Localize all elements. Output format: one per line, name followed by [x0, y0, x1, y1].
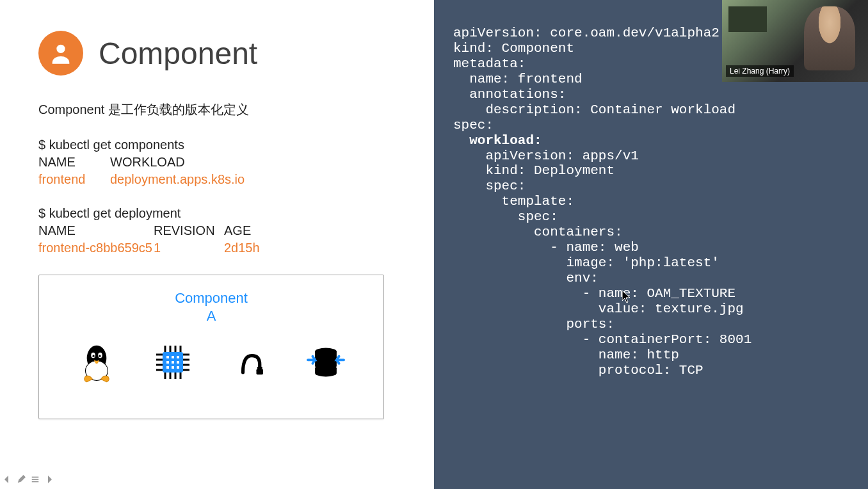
code-line: kind: Component: [453, 41, 574, 56]
webcam-video: Lei Zhang (Harry): [722, 0, 868, 82]
next-slide-icon[interactable]: [44, 474, 55, 485]
title-row: Component: [38, 31, 396, 76]
table-header: NAME: [38, 223, 154, 238]
table-header: NAME: [38, 155, 110, 170]
code-line: name: http: [453, 348, 679, 362]
svg-rect-31: [166, 366, 169, 369]
svg-rect-25: [166, 356, 169, 358]
code-line: - name: OAM_TEXTURE: [453, 286, 735, 301]
kubectl-components-cmd: $ kubectl get components: [38, 138, 396, 152]
components-table: NAME WORKLOAD frontend deployment.apps.k…: [38, 155, 396, 187]
kubectl-deployment-cmd: $ kubectl get deployment: [38, 206, 396, 221]
table-cell: deployment.apps.k8s.io: [110, 172, 277, 187]
menu-icon[interactable]: [29, 474, 41, 485]
code-line: annotations:: [453, 87, 566, 102]
svg-rect-26: [172, 356, 174, 358]
table-row: frontend-c8bb659c5 1 2d15h: [38, 241, 396, 255]
svg-rect-42: [32, 481, 39, 483]
linux-tux-icon: [68, 333, 125, 391]
power-plug-icon: [221, 333, 278, 391]
code-line: image: 'php:latest': [453, 255, 719, 270]
table-header: WORKLOAD: [110, 155, 277, 170]
component-label-line: Component: [58, 289, 364, 307]
prev-slide-icon[interactable]: [1, 474, 13, 485]
svg-rect-29: [172, 361, 174, 364]
svg-rect-40: [32, 477, 39, 478]
component-label: Component A: [58, 289, 364, 325]
code-line: description: Container workload: [453, 102, 735, 117]
code-line: name: frontend: [453, 72, 583, 86]
svg-rect-32: [172, 366, 174, 369]
table-cell: 1: [154, 241, 224, 255]
component-icons-row: [58, 333, 364, 391]
table-header: REVISION: [154, 223, 224, 238]
user-icon: [38, 31, 83, 76]
table-header: AGE: [224, 223, 275, 238]
code-line: protocol: TCP: [453, 363, 703, 378]
slide-title: Component: [99, 36, 257, 71]
svg-point-6: [92, 355, 94, 357]
presentation-toolbar: [1, 474, 55, 485]
code-line: spec:: [453, 118, 494, 132]
pen-icon[interactable]: [15, 474, 27, 485]
code-line: apiVersion: core.oam.dev/v1alpha2: [453, 26, 719, 40]
slide-description: Component 是工作负载的版本化定义: [38, 101, 396, 118]
svg-point-7: [99, 355, 100, 357]
code-line: metadata:: [453, 56, 526, 71]
table-cell: 2d15h: [224, 241, 275, 255]
svg-rect-33: [177, 366, 179, 369]
cpu-chip-icon: [144, 333, 202, 391]
svg-rect-28: [166, 361, 169, 364]
code-line: kind: Deployment: [453, 163, 615, 178]
webcam-background-shelf: [728, 6, 767, 32]
code-line: - containerPort: 8001: [453, 332, 751, 347]
code-line: spec:: [453, 179, 526, 193]
svg-rect-30: [177, 361, 179, 364]
table-cell: frontend: [38, 172, 110, 187]
code-line: env:: [453, 271, 599, 285]
svg-rect-41: [32, 479, 39, 480]
code-line: ports:: [453, 317, 615, 332]
deployment-table: NAME REVISION AGE frontend-c8bb659c5 1 2…: [38, 223, 396, 255]
code-line: apiVersion: apps/v1: [453, 148, 639, 163]
table-cell: frontend-c8bb659c5: [38, 241, 154, 255]
code-line: containers:: [453, 225, 623, 239]
svg-rect-27: [177, 356, 179, 358]
svg-point-3: [90, 362, 104, 376]
speaker-name-label: Lei Zhang (Harry): [726, 65, 794, 77]
component-label-line: A: [58, 307, 364, 325]
code-line: - name: web: [453, 240, 639, 255]
svg-rect-34: [256, 369, 263, 375]
slide-left-panel: Component Component 是工作负载的版本化定义 $ kubect…: [0, 0, 434, 489]
code-line: template:: [453, 194, 574, 209]
table-row: frontend deployment.apps.k8s.io: [38, 172, 396, 187]
code-line: value: texture.jpg: [453, 301, 744, 316]
database-compress-icon: [297, 333, 355, 391]
code-line-bold: workload:: [453, 133, 542, 148]
component-diagram-box: Component A: [38, 275, 384, 419]
webcam-person: [804, 6, 855, 70]
code-line: spec:: [453, 209, 558, 224]
svg-point-0: [56, 45, 65, 53]
